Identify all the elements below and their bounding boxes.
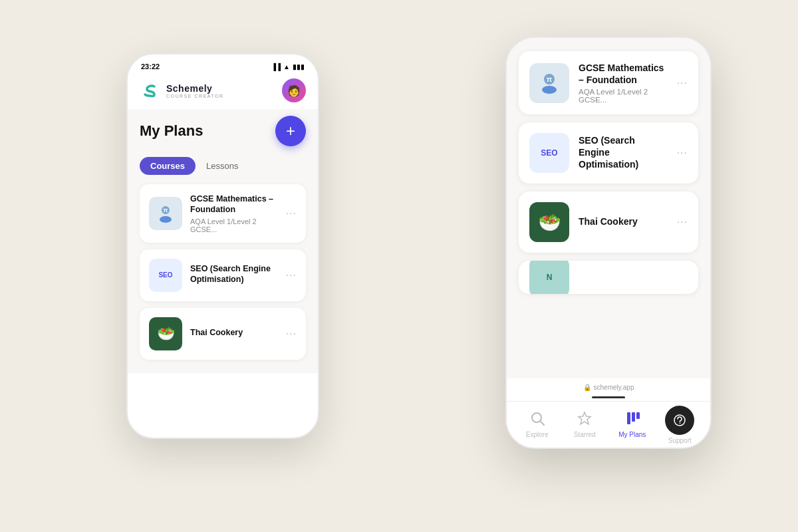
course-title-cookery-left: Thai Cookery	[190, 327, 278, 338]
course-info-math-left: GCSE Mathematics – Foundation AQA Level …	[190, 194, 278, 233]
battery-icon: ▮▮▮	[293, 63, 305, 70]
course-info-math-right: GCSE Mathematics – Foundation AQA Level …	[579, 62, 668, 104]
course-title-math-right: GCSE Mathematics – Foundation	[579, 62, 668, 86]
more-dots-seo-right[interactable]: ···	[677, 147, 688, 159]
course-thumb-cookery-left: 🥗	[149, 317, 182, 350]
explore-icon	[530, 411, 545, 429]
avatar-image: 🧑	[287, 84, 301, 97]
svg-rect-11	[636, 412, 640, 419]
course-subtitle-math-left: AQA Level 1/Level 2 GCSE...	[190, 217, 278, 233]
phone-left: 23:22 ▐▐ ▲ ▮▮▮ Schemely COURSE CREATOR 🧑…	[126, 53, 319, 439]
logo-name: Schemely	[166, 83, 223, 94]
url-text: schemely.app	[594, 384, 634, 391]
more-dots-cookery-left[interactable]: ···	[286, 328, 297, 340]
status-icons: ▐▐ ▲ ▮▮▮	[271, 63, 305, 70]
page-title: My Plans	[140, 122, 203, 140]
svg-rect-10	[632, 412, 635, 422]
logo-area: Schemely COURSE CREATOR	[140, 80, 223, 101]
more-dots-seo-left[interactable]: ···	[286, 269, 297, 281]
svg-point-13	[680, 422, 681, 424]
nav-myplans-label: My Plans	[618, 431, 646, 438]
nav-myplans[interactable]: My Plans	[608, 411, 656, 438]
course-info-seo-left: SEO (Search Engine Optimisation)	[190, 263, 278, 287]
more-dots-math-left[interactable]: ···	[286, 207, 297, 219]
svg-point-4	[542, 86, 557, 94]
nav-explore-label: Explore	[526, 431, 549, 438]
phone-right-content: π GCSE Mathematics – Foundation AQA Leve…	[507, 38, 710, 401]
course-title-seo-right: SEO (Search Engine Optimisation)	[579, 134, 668, 171]
logo-text: Schemely COURSE CREATOR	[166, 83, 223, 98]
starred-icon	[577, 411, 592, 429]
course-card-math-right[interactable]: π GCSE Mathematics – Foundation AQA Leve…	[519, 51, 698, 114]
svg-line-7	[540, 421, 544, 425]
svg-rect-9	[627, 412, 630, 424]
nav-explore[interactable]: Explore	[513, 411, 561, 438]
phone-content: My Plans + Courses Lessons π	[128, 109, 318, 373]
svg-marker-8	[579, 412, 591, 424]
wifi-icon: ▲	[283, 63, 290, 70]
myplans-icon	[625, 411, 640, 429]
nav-starred-label: Starred	[574, 431, 596, 438]
tab-lessons[interactable]: Lessons	[206, 161, 238, 171]
more-dots-math-right[interactable]: ···	[677, 77, 688, 89]
status-time: 23:22	[141, 63, 160, 70]
course-thumb-partial: N	[529, 261, 569, 294]
course-card-seo-right[interactable]: SEO SEO (Search Engine Optimisation) ···	[519, 122, 698, 184]
course-card-math-left[interactable]: π GCSE Mathematics – Foundation AQA Leve…	[140, 184, 306, 243]
home-indicator	[592, 396, 625, 398]
course-card-cookery-left[interactable]: 🥗 Thai Cookery ···	[140, 308, 306, 360]
avatar[interactable]: 🧑	[282, 78, 306, 102]
course-subtitle-math-right: AQA Level 1/Level 2 GCSE...	[579, 88, 668, 104]
course-info-cookery-right: Thai Cookery	[579, 215, 668, 229]
fab-add-button[interactable]: +	[275, 116, 306, 146]
fab-plus-icon: +	[286, 122, 295, 140]
nav-support-label: Support	[668, 437, 692, 444]
schemely-logo-icon	[140, 80, 161, 101]
course-thumb-cookery-right: 🥗	[529, 202, 569, 242]
bottom-nav: Explore Starred My Plans	[507, 401, 710, 448]
url-bar: 🔒 schemely.app	[507, 381, 710, 396]
course-thumb-seo-left: SEO	[149, 259, 182, 292]
tab-courses[interactable]: Courses	[140, 157, 196, 175]
course-title-seo-left: SEO (Search Engine Optimisation)	[190, 263, 278, 285]
nav-support[interactable]: Support	[656, 406, 704, 444]
phone-header: Schemely COURSE CREATOR 🧑	[128, 74, 318, 109]
course-title-cookery-right: Thai Cookery	[579, 215, 668, 227]
nav-starred[interactable]: Starred	[561, 411, 609, 438]
course-card-seo-left[interactable]: SEO SEO (Search Engine Optimisation) ···	[140, 249, 306, 301]
course-title-math-left: GCSE Mathematics – Foundation	[190, 194, 278, 215]
page-title-row: My Plans +	[140, 116, 306, 146]
svg-text:π: π	[164, 207, 168, 213]
course-info-cookery-left: Thai Cookery	[190, 327, 278, 340]
support-button[interactable]	[665, 406, 694, 435]
course-info-seo-right: SEO (Search Engine Optimisation)	[579, 134, 668, 173]
lock-icon: 🔒	[583, 384, 591, 391]
signal-icon: ▐▐	[271, 63, 281, 70]
course-thumb-math-right: π	[529, 63, 569, 103]
svg-text:π: π	[547, 75, 553, 83]
course-thumb-math-left: π	[149, 197, 182, 230]
course-thumb-seo-right: SEO	[529, 133, 569, 173]
phone-right: π GCSE Mathematics – Foundation AQA Leve…	[505, 37, 712, 449]
tabs-row: Courses Lessons	[140, 157, 306, 175]
course-card-cookery-right[interactable]: 🥗 Thai Cookery ···	[519, 192, 698, 253]
course-card-partial: N	[519, 261, 698, 294]
more-dots-cookery-right[interactable]: ···	[677, 216, 688, 228]
logo-subtitle: COURSE CREATOR	[166, 94, 223, 98]
svg-point-1	[160, 216, 172, 223]
status-bar-left: 23:22 ▐▐ ▲ ▮▮▮	[128, 55, 318, 74]
